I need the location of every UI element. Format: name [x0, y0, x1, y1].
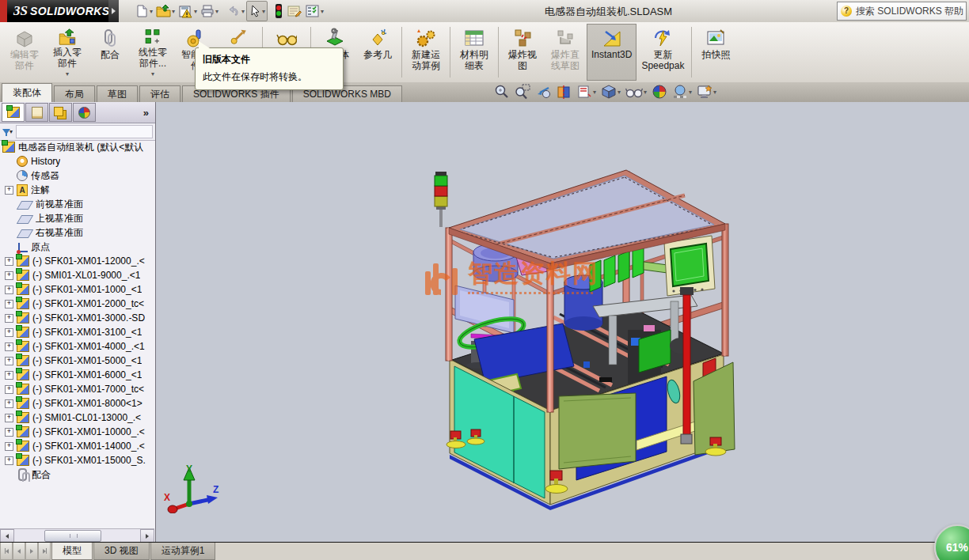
view-settings-button[interactable]: ▾ — [695, 84, 718, 100]
performance-check-button[interactable] — [272, 2, 285, 21]
comment-button[interactable] — [285, 2, 303, 21]
tree-item[interactable]: 上视基准面 — [0, 211, 154, 225]
tree-item[interactable]: 原点 — [0, 240, 154, 254]
dropdown-icon[interactable]: ▾ — [194, 8, 197, 15]
tree-horizontal-scrollbar[interactable] — [0, 528, 154, 543]
previous-study-button[interactable] — [13, 543, 25, 560]
expand-plus-icon[interactable] — [5, 271, 13, 280]
expand-plus-icon[interactable] — [5, 442, 13, 451]
scrollbar-thumb[interactable] — [44, 530, 101, 542]
chevron-expand-icon[interactable]: » — [143, 107, 149, 119]
property-manager-tab[interactable] — [25, 103, 48, 122]
dropdown-icon[interactable]: ▾ — [66, 69, 69, 80]
expand-plus-icon[interactable] — [5, 385, 13, 394]
tree-item[interactable]: (-) SFK01-XM01-10000_.< — [0, 425, 154, 439]
reference-geometry-button[interactable]: 参考几 — [356, 24, 399, 81]
display-style-button[interactable]: ▾ — [599, 84, 622, 100]
tab-assembly[interactable]: 装配体 — [2, 83, 52, 102]
tree-item[interactable]: 注解 — [0, 183, 154, 197]
dropdown-icon[interactable]: ▾ — [172, 8, 175, 15]
expand-plus-icon[interactable] — [5, 314, 13, 323]
expand-plus-icon[interactable] — [5, 357, 13, 365]
tree-filter-input[interactable] — [16, 125, 153, 138]
select-tool-button[interactable]: ▾ — [246, 1, 268, 21]
tree-item[interactable]: 前视基准面 — [0, 197, 154, 211]
dropdown-icon[interactable]: ▾ — [644, 89, 647, 96]
zoom-area-button[interactable] — [513, 84, 532, 100]
next-study-button[interactable] — [25, 543, 38, 560]
menu-expand-arrow-icon[interactable] — [108, 0, 119, 22]
dropdown-icon[interactable]: ▾ — [618, 89, 621, 96]
dropdown-icon[interactable]: ▾ — [241, 8, 245, 15]
hide-show-items-button[interactable]: ▾ — [624, 84, 648, 100]
expand-plus-icon[interactable] — [5, 456, 13, 465]
undo-button[interactable]: ▾ — [225, 2, 246, 21]
expand-plus-icon[interactable] — [5, 186, 13, 195]
tree-item[interactable]: (-) SFK01-XM01-3100_<1 — [0, 325, 154, 339]
scrollbar-track[interactable] — [14, 529, 140, 543]
tree-item[interactable]: (-) SFK01-XM01-4000_.<1 — [0, 339, 154, 354]
tree-item[interactable]: (-) SFK01-XM01-2000_tc< — [0, 297, 154, 311]
take-snapshot-button[interactable]: 拍快照 — [694, 24, 737, 81]
open-button[interactable]: ▾ — [154, 2, 177, 21]
section-view-button[interactable] — [554, 84, 573, 100]
tab-motion-study-1[interactable]: 运动算例1 — [150, 543, 216, 560]
exploded-view-button[interactable]: 爆炸视图 — [501, 24, 544, 81]
dropdown-icon[interactable]: ▾ — [215, 8, 218, 15]
save-button[interactable]: ▾ — [177, 2, 199, 21]
zoom-fit-button[interactable] — [492, 84, 511, 100]
mate-button[interactable]: 配合 — [89, 24, 131, 81]
scroll-left-button[interactable] — [0, 529, 14, 543]
edit-appearance-button[interactable] — [650, 84, 669, 100]
tab-3d-views[interactable]: 3D 视图 — [93, 543, 150, 560]
tab-evaluate[interactable]: 评估 — [139, 85, 180, 102]
dropdown-icon[interactable]: ▾ — [262, 8, 265, 15]
tree-item[interactable]: 配合 — [0, 467, 154, 482]
help-search-box[interactable]: ? 搜索 SOLIDWORKS 帮助 — [837, 2, 967, 21]
expand-plus-icon[interactable] — [5, 399, 13, 408]
options-button[interactable]: ▾ — [303, 2, 325, 21]
insert-components-button[interactable]: 插入零部件 ▾ — [46, 24, 89, 81]
tree-item[interactable]: (-) SFK01-XM01-15000_S. — [0, 453, 154, 467]
dropdown-icon[interactable]: ▾ — [150, 8, 153, 15]
graphics-viewport[interactable]: 智造资料网 Y Z X — [156, 102, 969, 543]
dropdown-icon[interactable]: ▾ — [321, 8, 324, 15]
dropdown-icon[interactable]: ▾ — [689, 89, 692, 96]
dropdown-icon[interactable]: ▾ — [151, 69, 154, 80]
linear-component-pattern-button[interactable]: 线性零部件... ▾ — [131, 24, 174, 81]
expand-plus-icon[interactable] — [5, 428, 13, 437]
feature-manager-tab[interactable] — [2, 103, 25, 122]
tree-item[interactable]: (-) SFK01-XM01-6000_<1 — [0, 368, 154, 382]
expand-plus-icon[interactable] — [5, 328, 13, 337]
tree-item[interactable]: (-) SFK01-XM01-7000_tc< — [0, 382, 154, 396]
new-document-button[interactable]: ▾ — [133, 2, 154, 21]
tree-item[interactable]: (-) SMI01-CL01-13000_.< — [0, 411, 154, 425]
expand-plus-icon[interactable] — [5, 414, 13, 422]
filter-dropdown-icon[interactable]: ▾ — [10, 128, 13, 135]
update-speedpak-button[interactable]: 更新Speedpak — [636, 24, 689, 81]
tree-item[interactable]: (-) SFK01-XM01-5000_<1 — [0, 354, 154, 368]
instant3d-button[interactable]: Instant3D — [587, 24, 636, 81]
tree-item[interactable]: (-) SFK01-XM01-12000_.< — [0, 254, 154, 268]
previous-view-button[interactable] — [534, 84, 553, 100]
tree-item[interactable]: (-) SFK01-XM01-14000_.< — [0, 439, 154, 453]
tree-item[interactable]: (-) SFK01-XM01-3000.-SD — [0, 311, 154, 325]
edit-component-button[interactable]: 编辑零部件 — [3, 24, 46, 81]
expand-plus-icon[interactable] — [5, 371, 13, 380]
expand-plus-icon[interactable] — [5, 286, 13, 294]
explode-line-sketch-button[interactable]: 爆炸直线草图 — [544, 24, 587, 81]
tab-sketch[interactable]: 草图 — [97, 85, 138, 102]
machine-3d-model[interactable] — [156, 102, 969, 543]
tree-item[interactable]: (-) SFK01-XM01-8000<1> — [0, 396, 154, 411]
tree-item[interactable]: 右视基准面 — [0, 225, 154, 240]
view-orientation-button[interactable]: ▾ — [575, 84, 598, 100]
bill-of-materials-button[interactable]: 材料明细表 — [453, 24, 496, 81]
first-study-button[interactable] — [0, 543, 13, 560]
tree-item[interactable]: History — [0, 154, 154, 168]
expand-plus-icon[interactable] — [5, 342, 13, 351]
tab-layout[interactable]: 布局 — [54, 85, 95, 102]
expand-plus-icon[interactable] — [5, 257, 13, 266]
scroll-right-button[interactable] — [140, 529, 154, 543]
expand-plus-icon[interactable] — [5, 300, 13, 308]
tree-item[interactable]: 传感器 — [0, 168, 154, 183]
